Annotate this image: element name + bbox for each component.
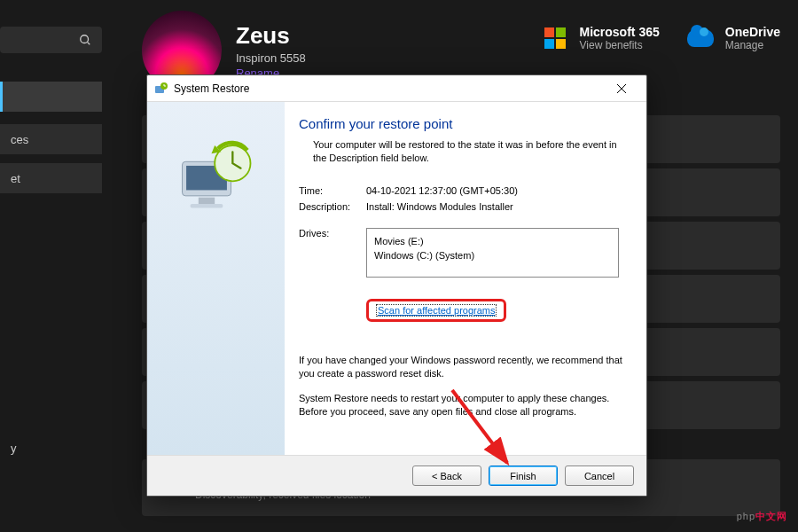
microsoft-logo-icon	[544, 27, 566, 49]
close-button[interactable]	[604, 76, 639, 101]
scan-affected-programs-link[interactable]: Scan for affected programs	[376, 304, 497, 317]
svg-line-1	[88, 43, 90, 45]
drive-item[interactable]: Windows (C:) (System)	[374, 248, 611, 263]
drives-label: Drives:	[299, 228, 366, 293]
dialog-button-row: < Back Finish Cancel	[147, 455, 646, 496]
nav-item[interactable]	[0, 82, 102, 112]
promo-ms365[interactable]: Microsoft 365 View benefits	[539, 22, 660, 54]
drives-listbox[interactable]: Movies (E:) Windows (C:) (System)	[366, 228, 619, 278]
promo-sub: Manage	[725, 39, 780, 51]
dialog-heading: Confirm your restore point	[299, 116, 625, 131]
search-box[interactable]	[0, 27, 102, 53]
nav-item[interactable]: et	[0, 163, 102, 193]
finish-button[interactable]: Finish	[489, 466, 558, 486]
time-label: Time:	[299, 185, 366, 196]
search-icon	[79, 34, 91, 46]
password-warning: If you have changed your Windows passwor…	[299, 354, 625, 381]
nav-label: et	[11, 172, 20, 185]
restore-app-icon	[154, 82, 168, 96]
drive-item[interactable]: Movies (E:)	[374, 234, 611, 249]
promo-title: OneDrive	[725, 25, 780, 39]
onedrive-icon	[687, 29, 714, 47]
promo-title: Microsoft 365	[580, 25, 660, 39]
dialog-title: System Restore	[174, 82, 604, 95]
system-restore-icon	[168, 137, 265, 222]
svg-point-0	[81, 35, 89, 43]
annotation-highlight: Scan for affected programs	[366, 299, 506, 322]
dialog-sidebar-image	[147, 102, 285, 455]
promo-onedrive[interactable]: OneDrive Manage	[685, 22, 780, 54]
nav-label: ces	[11, 133, 28, 146]
description-label: Description:	[299, 201, 366, 212]
system-restore-dialog: System Restore Confirm your restore poin…	[146, 74, 647, 497]
back-button[interactable]: < Back	[412, 466, 481, 486]
description-value: Install: Windows Modules Installer	[366, 201, 513, 212]
svg-rect-10	[190, 204, 223, 208]
dialog-intro: Your computer will be restored to the st…	[299, 138, 625, 166]
watermark: php中文网	[737, 510, 787, 523]
time-value: 04-10-2021 12:37:00 (GMT+05:30)	[366, 185, 518, 196]
restart-warning: System Restore needs to restart your com…	[299, 392, 625, 419]
nav-item[interactable]: ces	[0, 124, 102, 154]
nav-item[interactable]: y	[0, 433, 102, 463]
close-icon	[617, 84, 626, 93]
user-name: Zeus	[236, 22, 306, 50]
user-model: Inspiron 5558	[236, 51, 306, 65]
promo-sub: View benefits	[580, 39, 660, 51]
cancel-button[interactable]: Cancel	[565, 466, 634, 486]
svg-rect-9	[198, 198, 214, 204]
titlebar[interactable]: System Restore	[147, 75, 646, 102]
nav-label: y	[11, 442, 17, 455]
